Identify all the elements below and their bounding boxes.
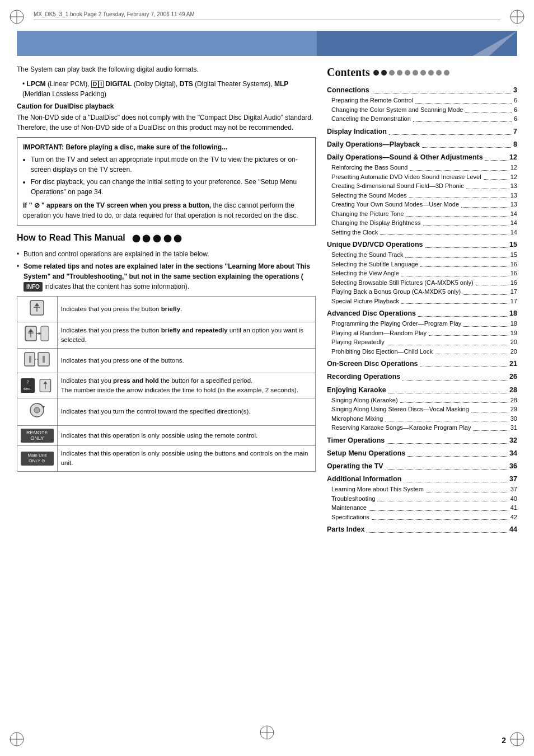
- svg-rect-24: [43, 356, 45, 363]
- toc-sub-title: Selecting the Sound Track: [331, 250, 403, 260]
- important-item-1: Turn on the TV and select an appropriate…: [31, 154, 310, 175]
- file-info: MX_DK5_3_1.book Page 2 Tuesday, February…: [34, 11, 195, 17]
- toc-sub-page: 40: [510, 494, 517, 504]
- contents-title: Contents: [327, 64, 370, 81]
- toc-main-title: Operating the TV: [327, 461, 383, 471]
- toc-sub-item: Programming the Playing Order—Program Pl…: [331, 319, 517, 328]
- toc-sub-page: 13: [510, 181, 517, 191]
- toc-section: Operating the TV36: [327, 461, 517, 471]
- toc-sub-item: Presetting Automatic DVD Video Sound Inc…: [331, 172, 517, 182]
- lpcm-line: • LPCM (Linear PCM), DI DIGITAL (Dolby D…: [22, 79, 316, 99]
- toc-sub-page: 30: [510, 414, 517, 424]
- how-to-bullet-1: Button and control operations are explai…: [17, 249, 316, 259]
- icon-desc-3: Indicates that you press one of the butt…: [57, 348, 315, 373]
- toc-sub-item: Selecting the View Angle16: [331, 269, 517, 278]
- toc-sub-item: Setting the Clock14: [331, 228, 517, 237]
- toc-sub-page: 19: [510, 328, 517, 338]
- toc-sub-item: Creating Your Own Sound Modes—User Mode1…: [331, 200, 517, 209]
- icon-cell-6: REMOTEONLY: [17, 425, 58, 446]
- how-to-title: How to Read This Manual ⬤ ⬤ ⬤ ⬤ ⬤: [17, 231, 316, 245]
- icon-row-7: Main UnitONLY ⊙ Indicates that this oper…: [17, 446, 316, 472]
- icons-table: Indicates that you press the button brie…: [17, 296, 316, 472]
- toc-sub-title: Singing Along (Karaoke): [331, 396, 398, 405]
- toc-sub-title: Maintenance: [331, 503, 367, 513]
- toc-main-title: Connections: [327, 85, 369, 95]
- press-one-of-icon: [24, 351, 50, 367]
- toc-sub-title: Preparing the Remote Control: [331, 96, 413, 105]
- how-to-bullet-2: Some related tips and notes are explaine…: [17, 261, 316, 292]
- toc-sub-item: Maintenance41: [331, 503, 517, 513]
- toc-sub-page: 31: [510, 423, 517, 433]
- toc-sub-title: Creating 3-dimensional Sound Field—3D Ph…: [331, 181, 464, 191]
- toc-sub-page: 6: [514, 114, 517, 124]
- toc-sub-page: 14: [510, 228, 517, 237]
- toc-section: Additional Information37Learning More ab…: [327, 474, 517, 522]
- toc-sub-title: Programming the Playing Order—Program Pl…: [331, 319, 461, 328]
- how-to-bullets: Button and control operations are explai…: [17, 249, 316, 292]
- caution-title: Caution for DualDisc playback: [17, 101, 316, 111]
- toc-sub-title: Special Picture Playback: [331, 297, 399, 306]
- turn-control-icon: [28, 401, 46, 419]
- left-column: The System can play back the following d…: [17, 64, 316, 728]
- toc-sub-page: 14: [510, 218, 517, 228]
- toc-section: Connections3Preparing the Remote Control…: [327, 85, 517, 124]
- toc-sub-title: Presetting Automatic DVD Video Sound Inc…: [331, 172, 481, 182]
- toc-sub-page: 28: [510, 396, 517, 405]
- icon-row-6: REMOTEONLY Indicates that this operation…: [17, 425, 316, 446]
- corner-mark-br: [509, 731, 526, 748]
- toc-sub-title: Setting the Clock: [331, 228, 378, 237]
- svg-point-29: [34, 407, 40, 413]
- svg-rect-22: [29, 356, 31, 363]
- header-bar-inner: [17, 31, 317, 56]
- toc-sub-page: 12: [510, 163, 517, 172]
- toc-main-title: Daily Operations—Playback: [327, 139, 420, 149]
- icon-row-1: Indicates that you press the button brie…: [17, 297, 316, 322]
- toc-sub-title: Singing Along Using Stereo Discs—Vocal M…: [331, 405, 469, 414]
- toc-main-title: Display Indication: [327, 126, 387, 137]
- toc-sub-item: Special Picture Playback17: [331, 297, 517, 306]
- toc-sub-page: 17: [510, 297, 517, 306]
- important-note-bold: If " ⊘ " appears on the TV screen when y…: [23, 201, 211, 209]
- caution-text: The Non-DVD side of a "DualDisc" does no…: [17, 112, 316, 133]
- toc-sub-item: Creating 3-dimensional Sound Field—3D Ph…: [331, 181, 517, 191]
- toc-main-title: Setup Menu Operations: [327, 448, 405, 458]
- toc-main-page: 18: [509, 308, 517, 318]
- toc-sub-page: 17: [510, 287, 517, 297]
- toc-sub-item: Singing Along Using Stereo Discs—Vocal M…: [331, 405, 517, 414]
- corner-mark-tr: [509, 8, 526, 25]
- toc-sub-page: 6: [514, 105, 517, 115]
- press-briefly-icon: [26, 299, 48, 316]
- toc-main-title: Timer Operations: [327, 435, 385, 445]
- icon-cell-7: Main UnitONLY ⊙: [17, 446, 58, 472]
- toc-sub-title: Creating Your Own Sound Modes—User Mode: [331, 200, 459, 209]
- toc-section: Daily Operations—Sound & Other Adjustmen…: [327, 152, 517, 237]
- toc-sub-title: Reinforcing the Bass Sound: [331, 163, 407, 172]
- toc-sub-item: Troubleshooting40: [331, 494, 517, 504]
- icon-cell-4: 2 sec.: [17, 373, 58, 398]
- important-item-2: For disc playback, you can change the in…: [31, 177, 310, 197]
- how-to-dots: ⬤ ⬤ ⬤ ⬤ ⬤: [132, 234, 182, 242]
- toc-sub-title: Canceling the Demonstration: [331, 114, 411, 124]
- toc-main-page: 8: [513, 139, 517, 149]
- important-note: If " ⊘ " appears on the TV screen when y…: [23, 200, 310, 220]
- right-column: Contents Connections3Preparing the Remot…: [327, 64, 517, 728]
- toc-main-page: 12: [509, 152, 517, 162]
- toc-sub-item: Changing the Color System and Scanning M…: [331, 105, 517, 115]
- toc-sub-title: Selecting Browsable Still Pictures (CA-M…: [331, 278, 474, 288]
- toc-sub-page: 13: [510, 200, 517, 209]
- toc-sub-title: Selecting the View Angle: [331, 269, 399, 278]
- toc-sub-page: 42: [510, 513, 517, 522]
- toc-sub-item: Microphone Mixing30: [331, 414, 517, 424]
- toc-sub-item: Selecting the Sound Modes13: [331, 191, 517, 200]
- toc-sub-page: 29: [510, 405, 517, 414]
- toc-sub-page: 20: [510, 347, 517, 356]
- triangle-decoration: [472, 31, 517, 56]
- toc-main-title: Unique DVD/VCD Operations: [327, 240, 423, 250]
- toc-sub-page: 6: [514, 96, 517, 105]
- toc-sub-item: Playing Back a Bonus Group (CA-MXDK5 onl…: [331, 287, 517, 297]
- toc-sub-item: Selecting Browsable Still Pictures (CA-M…: [331, 278, 517, 288]
- toc-sub-item: Changing the Display Brightness14: [331, 218, 517, 228]
- toc-sub-item: Reinforcing the Bass Sound12: [331, 163, 517, 172]
- toc-main-page: 28: [509, 385, 517, 395]
- toc-sub-title: Troubleshooting: [331, 494, 375, 504]
